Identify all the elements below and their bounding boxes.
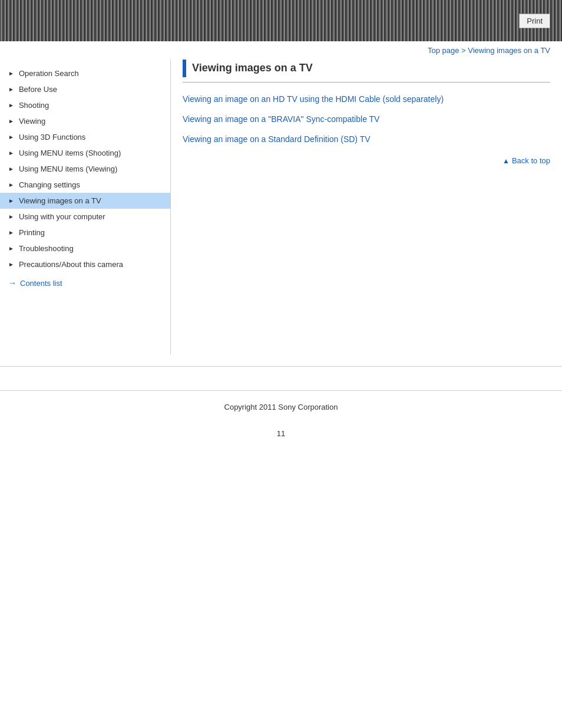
sidebar-label-viewing-tv: Viewing images on a TV xyxy=(19,196,101,205)
sidebar-item-viewing[interactable]: ► Viewing xyxy=(0,113,170,129)
sidebar-label-menu-shooting: Using MENU items (Shooting) xyxy=(19,149,121,157)
sidebar-item-computer[interactable]: ► Using with your computer xyxy=(0,209,170,225)
content-area: Viewing images on a TV Viewing an image … xyxy=(171,60,562,177)
contents-list-icon: → xyxy=(8,278,16,288)
sidebar-label-computer: Using with your computer xyxy=(19,212,105,221)
sidebar-item-menu-shooting[interactable]: ► Using MENU items (Shooting) xyxy=(0,145,170,161)
print-button[interactable]: Print xyxy=(519,14,550,28)
arrow-icon-precautions: ► xyxy=(8,261,14,268)
arrow-icon-printing: ► xyxy=(8,229,14,236)
content-links: Viewing an image on an HD TV using the H… xyxy=(183,94,550,144)
link-hd-tv[interactable]: Viewing an image on an HD TV using the H… xyxy=(183,94,550,104)
link-bravia[interactable]: Viewing an image on a "BRAVIA" Sync-comp… xyxy=(183,114,550,124)
arrow-icon-before-use: ► xyxy=(8,86,14,93)
arrow-icon-shooting: ► xyxy=(8,102,14,108)
sidebar-item-shooting[interactable]: ► Shooting xyxy=(0,97,170,113)
back-to-top-link[interactable]: ▲Back to top xyxy=(503,156,550,165)
sidebar-item-changing-settings[interactable]: ► Changing settings xyxy=(0,177,170,193)
sidebar-item-menu-viewing[interactable]: ► Using MENU items (Viewing) xyxy=(0,161,170,177)
sidebar-label-menu-viewing: Using MENU items (Viewing) xyxy=(19,164,117,173)
sidebar-item-using-3d[interactable]: ► Using 3D Functions xyxy=(0,129,170,145)
sidebar-label-precautions: Precautions/About this camera xyxy=(19,260,123,269)
arrow-icon-viewing: ► xyxy=(8,118,14,124)
sidebar-item-before-use[interactable]: ► Before Use xyxy=(0,81,170,97)
main-layout: ► Operation Search ► Before Use ► Shooti… xyxy=(0,60,562,354)
content-title-bar: Viewing images on a TV xyxy=(183,60,550,83)
sidebar-label-using-3d: Using 3D Functions xyxy=(19,133,85,141)
sidebar-item-precautions[interactable]: ► Precautions/About this camera xyxy=(0,256,170,272)
copyright-text: Copyright 2011 Sony Corporation xyxy=(224,403,338,411)
back-to-top: ▲Back to top xyxy=(183,156,550,165)
sidebar-label-shooting: Shooting xyxy=(19,101,49,110)
sidebar-label-printing: Printing xyxy=(19,228,45,237)
sidebar-label-viewing: Viewing xyxy=(19,117,45,126)
arrow-icon-menu-shooting: ► xyxy=(8,150,14,156)
arrow-icon-viewing-tv: ► xyxy=(8,197,14,204)
sidebar-label-troubleshooting: Troubleshooting xyxy=(19,244,74,253)
back-to-top-icon: ▲ xyxy=(503,157,510,165)
sidebar-label-changing-settings: Changing settings xyxy=(19,180,80,189)
breadcrumb-current: Viewing images on a TV xyxy=(468,46,550,55)
sidebar-label-before-use: Before Use xyxy=(19,85,57,94)
link-sd-tv[interactable]: Viewing an image on a Standard Definitio… xyxy=(183,134,550,144)
header-banner: Print xyxy=(0,0,562,41)
sidebar-item-printing[interactable]: ► Printing xyxy=(0,225,170,241)
arrow-icon-computer: ► xyxy=(8,213,14,220)
footer: Copyright 2011 Sony Corporation xyxy=(0,390,562,423)
sidebar-item-operation-search[interactable]: ► Operation Search xyxy=(0,65,170,81)
arrow-icon-menu-viewing: ► xyxy=(8,166,14,172)
breadcrumb-separator: > xyxy=(459,46,468,55)
page-title: Viewing images on a TV xyxy=(192,60,313,77)
breadcrumb: Top page > Viewing images on a TV xyxy=(0,41,562,60)
page-number: 11 xyxy=(0,429,562,438)
breadcrumb-top-link[interactable]: Top page xyxy=(428,46,459,55)
arrow-icon-changing-settings: ► xyxy=(8,182,14,188)
title-accent xyxy=(183,60,186,77)
footer-divider xyxy=(0,366,562,367)
arrow-icon-operation-search: ► xyxy=(8,70,14,77)
back-to-top-label: Back to top xyxy=(512,156,550,165)
sidebar-label-operation-search: Operation Search xyxy=(19,69,79,78)
sidebar-item-viewing-tv[interactable]: ► Viewing images on a TV xyxy=(0,193,170,209)
contents-list-link[interactable]: Contents list xyxy=(20,279,62,288)
arrow-icon-using-3d: ► xyxy=(8,134,14,140)
sidebar-footer: → Contents list xyxy=(0,272,170,294)
arrow-icon-troubleshooting: ► xyxy=(8,245,14,252)
sidebar-item-troubleshooting[interactable]: ► Troubleshooting xyxy=(0,241,170,256)
sidebar: ► Operation Search ► Before Use ► Shooti… xyxy=(0,60,171,354)
